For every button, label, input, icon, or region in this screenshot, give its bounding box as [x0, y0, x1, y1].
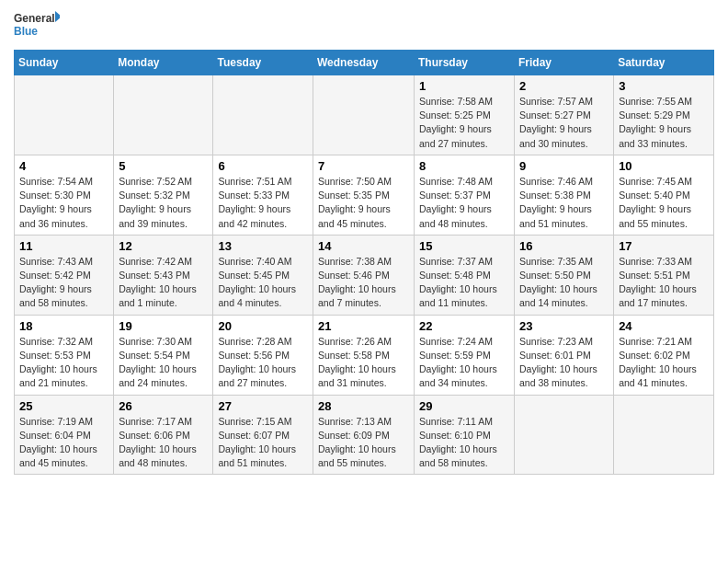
day-info: Sunrise: 7:13 AM Sunset: 6:09 PM Dayligh… [318, 415, 409, 471]
calendar-cell: 21Sunrise: 7:26 AM Sunset: 5:58 PM Dayli… [313, 315, 415, 395]
day-number: 14 [318, 239, 409, 253]
day-info: Sunrise: 7:32 AM Sunset: 5:53 PM Dayligh… [19, 335, 108, 391]
day-info: Sunrise: 7:30 AM Sunset: 5:54 PM Dayligh… [119, 335, 208, 391]
col-header-saturday: Saturday [614, 51, 714, 75]
logo: General Blue [14, 9, 60, 42]
day-info: Sunrise: 7:42 AM Sunset: 5:43 PM Dayligh… [119, 255, 208, 311]
day-info: Sunrise: 7:17 AM Sunset: 6:06 PM Dayligh… [119, 415, 208, 471]
day-number: 7 [318, 159, 409, 173]
calendar-cell: 23Sunrise: 7:23 AM Sunset: 6:01 PM Dayli… [515, 315, 614, 395]
day-info: Sunrise: 7:55 AM Sunset: 5:29 PM Dayligh… [619, 95, 709, 151]
calendar-cell [515, 395, 614, 475]
col-header-thursday: Thursday [415, 51, 515, 75]
day-number: 10 [619, 159, 709, 173]
day-info: Sunrise: 7:23 AM Sunset: 6:01 PM Dayligh… [519, 335, 609, 391]
svg-marker-2 [55, 11, 60, 22]
day-info: Sunrise: 7:48 AM Sunset: 5:37 PM Dayligh… [419, 175, 509, 231]
page-header: General Blue [14, 9, 714, 42]
calendar-table: SundayMondayTuesdayWednesdayThursdayFrid… [14, 50, 714, 475]
week-row-5: 25Sunrise: 7:19 AM Sunset: 6:04 PM Dayli… [15, 395, 714, 475]
col-header-tuesday: Tuesday [213, 51, 313, 75]
day-number: 6 [218, 159, 308, 173]
day-number: 18 [19, 319, 108, 333]
calendar-cell: 10Sunrise: 7:45 AM Sunset: 5:40 PM Dayli… [614, 155, 714, 235]
day-number: 22 [419, 319, 509, 333]
day-info: Sunrise: 7:54 AM Sunset: 5:30 PM Dayligh… [19, 175, 108, 231]
calendar-cell: 6Sunrise: 7:51 AM Sunset: 5:33 PM Daylig… [213, 155, 313, 235]
day-info: Sunrise: 7:57 AM Sunset: 5:27 PM Dayligh… [519, 95, 609, 151]
day-number: 11 [19, 239, 108, 253]
day-info: Sunrise: 7:50 AM Sunset: 5:35 PM Dayligh… [318, 175, 409, 231]
calendar-cell: 26Sunrise: 7:17 AM Sunset: 6:06 PM Dayli… [114, 395, 213, 475]
logo-svg: General Blue [14, 9, 60, 42]
calendar-cell: 8Sunrise: 7:48 AM Sunset: 5:37 PM Daylig… [415, 155, 515, 235]
day-number: 23 [519, 319, 609, 333]
day-number: 21 [318, 319, 409, 333]
calendar-cell: 28Sunrise: 7:13 AM Sunset: 6:09 PM Dayli… [313, 395, 415, 475]
day-number: 29 [419, 399, 509, 413]
day-number: 26 [119, 399, 208, 413]
calendar-cell [15, 75, 114, 155]
calendar-cell: 20Sunrise: 7:28 AM Sunset: 5:56 PM Dayli… [213, 315, 313, 395]
day-number: 3 [619, 79, 709, 93]
day-number: 13 [218, 239, 308, 253]
day-info: Sunrise: 7:15 AM Sunset: 6:07 PM Dayligh… [218, 415, 308, 471]
calendar-cell [114, 75, 213, 155]
day-info: Sunrise: 7:19 AM Sunset: 6:04 PM Dayligh… [19, 415, 108, 471]
day-info: Sunrise: 7:24 AM Sunset: 5:59 PM Dayligh… [419, 335, 509, 391]
day-info: Sunrise: 7:33 AM Sunset: 5:51 PM Dayligh… [619, 255, 709, 311]
calendar-cell: 7Sunrise: 7:50 AM Sunset: 5:35 PM Daylig… [313, 155, 415, 235]
calendar-cell: 5Sunrise: 7:52 AM Sunset: 5:32 PM Daylig… [114, 155, 213, 235]
calendar-cell: 12Sunrise: 7:42 AM Sunset: 5:43 PM Dayli… [114, 235, 213, 315]
day-info: Sunrise: 7:51 AM Sunset: 5:33 PM Dayligh… [218, 175, 308, 231]
day-number: 8 [419, 159, 509, 173]
day-info: Sunrise: 7:28 AM Sunset: 5:56 PM Dayligh… [218, 335, 308, 391]
calendar-cell: 19Sunrise: 7:30 AM Sunset: 5:54 PM Dayli… [114, 315, 213, 395]
day-info: Sunrise: 7:21 AM Sunset: 6:02 PM Dayligh… [619, 335, 709, 391]
day-number: 15 [419, 239, 509, 253]
calendar-cell: 24Sunrise: 7:21 AM Sunset: 6:02 PM Dayli… [614, 315, 714, 395]
day-number: 17 [619, 239, 709, 253]
calendar-cell: 17Sunrise: 7:33 AM Sunset: 5:51 PM Dayli… [614, 235, 714, 315]
calendar-cell: 13Sunrise: 7:40 AM Sunset: 5:45 PM Dayli… [213, 235, 313, 315]
day-number: 28 [318, 399, 409, 413]
day-info: Sunrise: 7:38 AM Sunset: 5:46 PM Dayligh… [318, 255, 409, 311]
week-row-2: 4Sunrise: 7:54 AM Sunset: 5:30 PM Daylig… [15, 155, 714, 235]
day-info: Sunrise: 7:43 AM Sunset: 5:42 PM Dayligh… [19, 255, 108, 311]
day-number: 25 [19, 399, 108, 413]
day-number: 2 [519, 79, 609, 93]
calendar-cell: 22Sunrise: 7:24 AM Sunset: 5:59 PM Dayli… [415, 315, 515, 395]
week-row-3: 11Sunrise: 7:43 AM Sunset: 5:42 PM Dayli… [15, 235, 714, 315]
week-row-1: 1Sunrise: 7:58 AM Sunset: 5:25 PM Daylig… [15, 75, 714, 155]
day-number: 24 [619, 319, 709, 333]
week-row-4: 18Sunrise: 7:32 AM Sunset: 5:53 PM Dayli… [15, 315, 714, 395]
day-number: 19 [119, 319, 208, 333]
calendar-cell: 16Sunrise: 7:35 AM Sunset: 5:50 PM Dayli… [515, 235, 614, 315]
day-number: 16 [519, 239, 609, 253]
calendar-cell: 11Sunrise: 7:43 AM Sunset: 5:42 PM Dayli… [15, 235, 114, 315]
day-info: Sunrise: 7:26 AM Sunset: 5:58 PM Dayligh… [318, 335, 409, 391]
calendar-cell: 18Sunrise: 7:32 AM Sunset: 5:53 PM Dayli… [15, 315, 114, 395]
day-number: 5 [119, 159, 208, 173]
col-header-monday: Monday [114, 51, 213, 75]
day-info: Sunrise: 7:45 AM Sunset: 5:40 PM Dayligh… [619, 175, 709, 231]
calendar-cell: 29Sunrise: 7:11 AM Sunset: 6:10 PM Dayli… [415, 395, 515, 475]
col-header-wednesday: Wednesday [313, 51, 415, 75]
calendar-cell: 14Sunrise: 7:38 AM Sunset: 5:46 PM Dayli… [313, 235, 415, 315]
day-number: 4 [19, 159, 108, 173]
col-header-sunday: Sunday [15, 51, 114, 75]
day-number: 1 [419, 79, 509, 93]
calendar-cell [614, 395, 714, 475]
svg-text:Blue: Blue [14, 25, 38, 38]
day-number: 20 [218, 319, 308, 333]
calendar-cell: 9Sunrise: 7:46 AM Sunset: 5:38 PM Daylig… [515, 155, 614, 235]
calendar-cell: 3Sunrise: 7:55 AM Sunset: 5:29 PM Daylig… [614, 75, 714, 155]
calendar-cell: 1Sunrise: 7:58 AM Sunset: 5:25 PM Daylig… [415, 75, 515, 155]
day-info: Sunrise: 7:40 AM Sunset: 5:45 PM Dayligh… [218, 255, 308, 311]
day-info: Sunrise: 7:37 AM Sunset: 5:48 PM Dayligh… [419, 255, 509, 311]
day-info: Sunrise: 7:58 AM Sunset: 5:25 PM Dayligh… [419, 95, 509, 151]
calendar-cell [213, 75, 313, 155]
day-number: 12 [119, 239, 208, 253]
day-info: Sunrise: 7:52 AM Sunset: 5:32 PM Dayligh… [119, 175, 208, 231]
col-header-friday: Friday [515, 51, 614, 75]
